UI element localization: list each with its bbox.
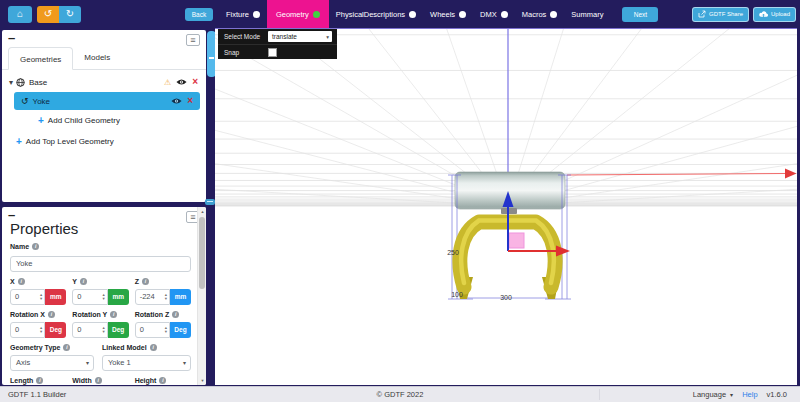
x-position-input[interactable]: 0▴▾ [10, 289, 45, 305]
add-child-geometry-button[interactable]: + Add Child Geometry [38, 113, 206, 128]
tab-geometry-label: Geometry [276, 10, 309, 19]
z-unit-button[interactable]: mm [170, 289, 191, 305]
width-label: Widthi [72, 377, 128, 384]
delete-geometry-icon[interactable]: × [187, 97, 193, 105]
spinner-icon[interactable]: ▴▾ [40, 293, 42, 301]
fixture-status-dot [253, 11, 260, 18]
tree-row-yoke-selected[interactable]: ↺ Yoke × [14, 92, 200, 110]
tab-summary[interactable]: Summary [564, 0, 610, 28]
caret-down-icon[interactable]: ▾ [9, 78, 13, 87]
add-top-level-geometry-label: Add Top Level Geometry [26, 137, 114, 146]
panel-splitter-handle[interactable] [205, 199, 215, 205]
properties-title: Properties [10, 220, 206, 237]
tab-dmx-label: DMX [480, 10, 497, 19]
rotation-y-input[interactable]: 0▴▾ [72, 322, 107, 338]
tab-models[interactable]: Models [73, 46, 121, 69]
status-bar: GDTF 1.1 Builder © GDTF 2022 Language ▾ … [0, 386, 800, 402]
add-top-level-geometry-button[interactable]: + Add Top Level Geometry [16, 134, 206, 149]
plus-icon: + [38, 115, 44, 126]
panel-menu-icon[interactable]: ≡ [186, 34, 200, 46]
rotation-z-input[interactable]: 0▴▾ [135, 322, 170, 338]
gizmo-plane-handle[interactable] [509, 233, 524, 248]
name-label: Namei [10, 243, 191, 250]
visibility-eye-icon[interactable] [176, 78, 187, 86]
collapse-panel-icon[interactable]: – [8, 207, 15, 222]
back-button[interactable]: Back [185, 8, 213, 21]
version-number: v1.6.0 [767, 390, 787, 399]
tab-dmx[interactable]: DMX [473, 0, 515, 28]
help-link[interactable]: Help [742, 390, 757, 399]
redo-button[interactable]: ↻ [59, 6, 81, 23]
upload-label: Upload [771, 11, 790, 17]
spinner-icon[interactable]: ▴▾ [165, 326, 167, 334]
language-dropdown[interactable]: Language ▾ [693, 390, 733, 399]
tab-geometries[interactable]: Geometries [8, 47, 73, 70]
tab-wheels-label: Wheels [430, 10, 455, 19]
y-unit-button[interactable]: mm [108, 289, 129, 305]
rotation-x-unit-button[interactable]: Deg [45, 322, 66, 338]
dmx-status-dot [501, 11, 508, 18]
tab-macros-label: Macros [522, 10, 547, 19]
rotation-x-label: Rotation Xi [10, 311, 66, 318]
delete-geometry-icon[interactable]: × [192, 78, 198, 86]
undo-redo-group: ↺ ↻ [37, 6, 81, 23]
rotation-y-unit-button[interactable]: Deg [108, 322, 129, 338]
home-icon: ⌂ [17, 9, 23, 19]
snap-label: Snap [224, 49, 239, 56]
scrollbar-thumb[interactable] [199, 217, 205, 289]
visibility-eye-icon[interactable] [171, 97, 182, 105]
select-mode-overlay: Select Mode translate ▾ Snap [218, 29, 337, 59]
spinner-icon[interactable]: ▴▾ [40, 326, 42, 334]
length-label: Lengthi [10, 377, 66, 384]
geometry-status-dot [313, 11, 320, 18]
tab-physicaldescriptions[interactable]: PhysicalDescriptions [329, 0, 423, 28]
scroll-down-icon[interactable]: ▼ [198, 376, 206, 385]
z-position-input[interactable]: -224▴▾ [135, 289, 170, 305]
tab-macros[interactable]: Macros [515, 0, 565, 28]
axis-rotate-icon: ↺ [21, 96, 29, 106]
undo-icon: ↺ [44, 9, 52, 19]
spinner-icon[interactable]: ▴▾ [102, 293, 104, 301]
next-button[interactable]: Next [622, 7, 658, 22]
nav-tabs: Fixture Geometry PhysicalDescriptions Wh… [219, 0, 610, 28]
tab-fixture[interactable]: Fixture [219, 0, 267, 28]
spinner-icon[interactable]: ▴▾ [102, 326, 104, 334]
tab-geometry[interactable]: Geometry [267, 0, 329, 28]
properties-scrollbar[interactable]: ▲ ▼ [197, 207, 206, 385]
collapse-panel-icon[interactable]: – [8, 30, 15, 45]
snap-checkbox[interactable] [268, 48, 277, 57]
y-position-input[interactable]: 0▴▾ [72, 289, 107, 305]
linked-model-select[interactable]: Yoke 1▾ [102, 355, 191, 371]
tree-base-label: Base [29, 78, 47, 87]
geometry-tree-panel: – ≡ Geometries Models ▾ Base ⚠ × ↺ Yoke … [2, 30, 206, 202]
undo-button[interactable]: ↺ [37, 6, 59, 23]
rotation-x-input[interactable]: 0▴▾ [10, 322, 45, 338]
3d-canvas[interactable]: 250 100 300 [215, 29, 797, 385]
footer-divider [599, 389, 600, 400]
3d-viewport: 250 100 300 Select Mode translate ▾ [215, 28, 797, 385]
info-icon: i [18, 278, 25, 285]
name-field[interactable] [10, 256, 191, 272]
info-icon: i [63, 344, 70, 351]
gdtf-share-button[interactable]: GDTF Share [692, 7, 749, 22]
spinner-icon[interactable]: ▴▾ [165, 293, 167, 301]
info-icon: i [32, 243, 39, 250]
select-mode-dropdown[interactable]: translate ▾ [268, 31, 332, 42]
tree-row-base[interactable]: ▾ Base ⚠ × [2, 74, 206, 90]
gizmo-x-arrowhead[interactable] [556, 246, 570, 257]
upload-cloud-icon [759, 10, 768, 18]
rotation-z-unit-button[interactable]: Deg [170, 322, 191, 338]
gdtf-share-label: GDTF Share [709, 11, 743, 17]
tab-fixture-label: Fixture [226, 10, 249, 19]
home-button[interactable]: ⌂ [8, 6, 32, 23]
tab-wheels[interactable]: Wheels [423, 0, 473, 28]
linked-model-label: Linked Modeli [102, 344, 191, 351]
properties-form: Namei Xi Yi Zi 0▴▾ mm 0▴▾ mm -224▴▾ mm [10, 243, 191, 385]
scroll-up-icon[interactable]: ▲ [198, 207, 206, 216]
info-icon: i [80, 278, 87, 285]
upload-button[interactable]: Upload [753, 7, 796, 22]
tab-physicaldescriptions-label: PhysicalDescriptions [336, 10, 405, 19]
panel-tab-bar: Geometries Models [2, 46, 206, 70]
geometry-type-select[interactable]: Axis▾ [10, 355, 94, 371]
x-unit-button[interactable]: mm [45, 289, 66, 305]
